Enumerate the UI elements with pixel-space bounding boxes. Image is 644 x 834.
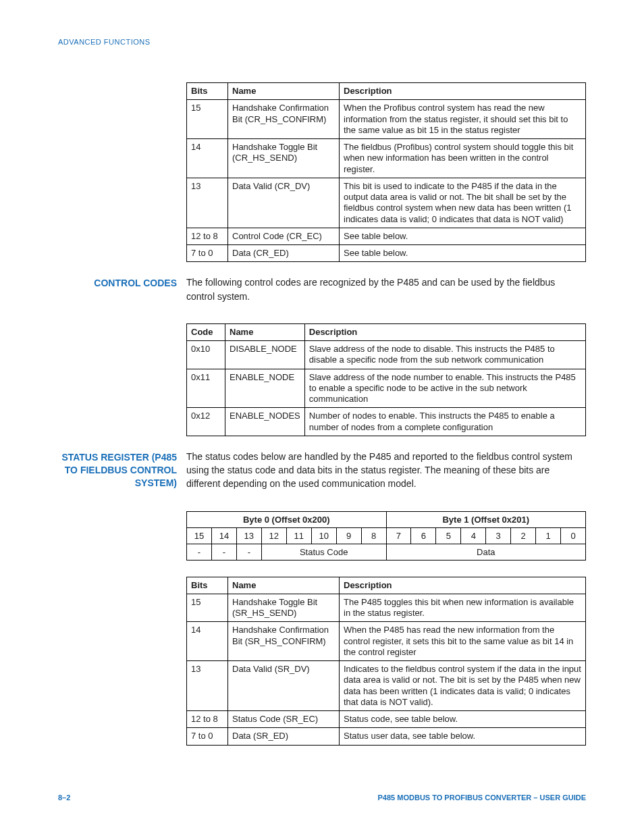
th-name: Name <box>228 577 340 594</box>
cell: Number of nodes to enable. This instruct… <box>304 408 585 436</box>
th-desc: Description <box>340 83 586 100</box>
cell: Handshake Confirmation Bit (CR_HS_CONFIR… <box>228 100 340 139</box>
cell: Data Valid (SR_DV) <box>228 661 340 711</box>
bit: 8 <box>361 527 386 544</box>
control-codes-table: Code Name Description 0x10DISABLE_NODESl… <box>186 323 586 436</box>
th-desc: Description <box>304 323 585 340</box>
cell: 15 <box>187 100 228 139</box>
heading-control-codes: CONTROL CODES <box>58 276 186 290</box>
cell: ENABLE_NODES <box>225 408 305 436</box>
cell: Data (SR_ED) <box>228 728 340 745</box>
cell: The P485 toggles this bit when new infor… <box>340 594 586 622</box>
cell: 14 <box>187 139 228 178</box>
dash-cell: - <box>236 544 261 560</box>
cell: See table below. <box>340 228 586 244</box>
bit: 0 <box>561 527 586 544</box>
cell: When the Profibus control system has rea… <box>340 100 586 139</box>
cell: 7 to 0 <box>187 245 228 262</box>
cell: 14 <box>187 622 228 661</box>
cell: 0x11 <box>187 369 225 408</box>
cell: Data (CR_ED) <box>228 245 340 262</box>
running-header: ADVANCED FUNCTIONS <box>58 38 586 46</box>
cell: Status Code (SR_EC) <box>228 711 340 728</box>
cell: This bit is used to indicate to the P485… <box>340 178 586 228</box>
status-register-bitmap-table: Byte 0 (Offset 0x200) Byte 1 (Offset 0x2… <box>186 511 586 561</box>
bit: 7 <box>386 527 411 544</box>
bit: 5 <box>436 527 461 544</box>
intro-control-codes: The following control codes are recogniz… <box>186 276 586 303</box>
th-bits: Bits <box>187 577 228 594</box>
cell: DISABLE_NODE <box>225 341 305 369</box>
cell: See table below. <box>340 245 586 262</box>
cell: Status user data, see table below. <box>340 728 586 745</box>
th-bits: Bits <box>187 83 228 100</box>
cell: The fieldbus (Profibus) control system s… <box>340 139 586 178</box>
th-name: Name <box>228 83 340 100</box>
byte1-header: Byte 1 (Offset 0x201) <box>386 511 586 527</box>
cell: Indicates to the fieldbus control system… <box>340 661 586 711</box>
bit: 13 <box>236 527 261 544</box>
dash-cell: - <box>211 544 236 560</box>
page-number: 8–2 <box>58 793 70 802</box>
cell: Control Code (CR_EC) <box>228 228 340 244</box>
cell: 15 <box>187 594 228 622</box>
cell: 12 to 8 <box>187 711 228 728</box>
cell: 13 <box>187 178 228 228</box>
bit: 14 <box>211 527 236 544</box>
status-register-bits-table: Bits Name Description 15Handshake Toggle… <box>186 577 586 746</box>
heading-status-register: STATUS REGISTER (P485 TO FIELDBUS CONTRO… <box>58 450 186 490</box>
cell: Handshake Toggle Bit (SR_HS_SEND) <box>228 594 340 622</box>
cell: Handshake Toggle Bit (CR_HS_SEND) <box>228 139 340 178</box>
data-cell: Data <box>386 544 586 560</box>
control-register-bits-table: Bits Name Description 15Handshake Confir… <box>186 82 586 262</box>
bit: 10 <box>311 527 336 544</box>
cell: 0x12 <box>187 408 225 436</box>
cell: 13 <box>187 661 228 711</box>
bit: 2 <box>511 527 536 544</box>
cell: Slave address of the node number to enab… <box>304 369 585 408</box>
intro-status-register: The status codes below are handled by th… <box>186 450 586 491</box>
cell: When the P485 has read the new informati… <box>340 622 586 661</box>
cell: Data Valid (CR_DV) <box>228 178 340 228</box>
th-code: Code <box>187 323 225 340</box>
status-code-cell: Status Code <box>261 544 386 560</box>
cell: Slave address of the node to disable. Th… <box>304 341 585 369</box>
byte0-header: Byte 0 (Offset 0x200) <box>187 511 387 527</box>
cell: 7 to 0 <box>187 728 228 745</box>
cell: ENABLE_NODE <box>225 369 305 408</box>
th-desc: Description <box>340 577 586 594</box>
bit: 11 <box>286 527 311 544</box>
bit: 12 <box>261 527 286 544</box>
cell: Status code, see table below. <box>340 711 586 728</box>
bit: 6 <box>411 527 436 544</box>
cell: 12 to 8 <box>187 228 228 244</box>
bit: 9 <box>336 527 361 544</box>
bit: 1 <box>536 527 561 544</box>
bit: 15 <box>187 527 212 544</box>
bit: 3 <box>486 527 511 544</box>
bit: 4 <box>461 527 486 544</box>
th-name: Name <box>225 323 305 340</box>
cell: 0x10 <box>187 341 225 369</box>
cell: Handshake Confirmation Bit (SR_HS_CONFIR… <box>228 622 340 661</box>
dash-cell: - <box>187 544 212 560</box>
footer-title: P485 MODBUS TO PROFIBUS CONVERTER – USER… <box>378 793 586 802</box>
